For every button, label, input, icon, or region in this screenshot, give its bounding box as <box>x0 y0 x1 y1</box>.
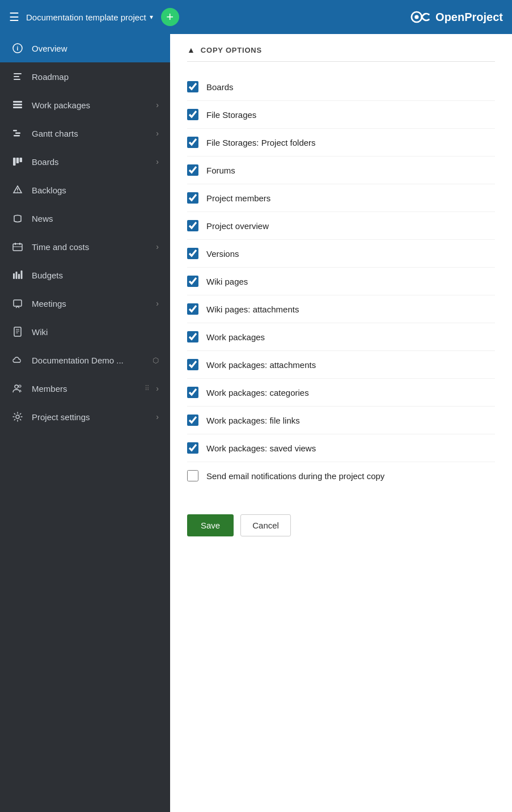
sidebar-item-boards[interactable]: Boards › <box>0 147 170 176</box>
main-content: ▲ COPY OPTIONS BoardsFile StoragesFile S… <box>170 34 512 812</box>
settings-icon <box>11 411 24 423</box>
svg-rect-11 <box>15 133 20 134</box>
svg-rect-27 <box>14 300 22 306</box>
svg-rect-19 <box>13 244 22 251</box>
sidebar-item-meetings[interactable]: Meetings › <box>0 289 170 318</box>
checkbox-label-work-packages-categories: Work packages: categories <box>206 388 309 397</box>
project-caret-icon: ▾ <box>150 13 153 21</box>
checkbox-work-packages-attachments[interactable] <box>187 359 198 370</box>
checkbox-work-packages[interactable] <box>187 331 198 342</box>
sidebar-item-project-settings-label: Project settings <box>32 412 90 422</box>
checkbox-item-work-packages-file-links: Work packages: file links <box>187 407 495 434</box>
arrow-icon: › <box>156 242 159 251</box>
sidebar-item-budgets[interactable]: Budgets <box>0 261 170 289</box>
add-button[interactable]: + <box>161 8 179 26</box>
copy-options-header: ▲ COPY OPTIONS <box>187 45 495 62</box>
checkbox-boards[interactable] <box>187 81 198 92</box>
checkbox-label-wiki-pages-attachments: Wiki pages: attachments <box>206 304 299 314</box>
checkbox-project-members[interactable] <box>187 192 198 204</box>
checkbox-label-versions: Versions <box>206 249 239 259</box>
svg-rect-8 <box>13 104 22 105</box>
copy-options-list: BoardsFile StoragesFile Storages: Projec… <box>187 73 495 489</box>
arrow-icon: › <box>156 129 159 138</box>
collapse-icon[interactable]: ▲ <box>187 45 195 54</box>
checkbox-label-forums: Forums <box>206 166 235 175</box>
checkbox-item-wiki-pages: Wiki pages <box>187 268 495 295</box>
header: ☰ Documentation template project ▾ + Ope… <box>0 0 512 34</box>
sidebar-item-gantt-label: Gantt charts <box>32 129 78 138</box>
svg-rect-4 <box>14 73 22 74</box>
svg-rect-5 <box>14 76 19 77</box>
sidebar-item-doc-demo-label: Documentation Demo ... <box>32 356 124 365</box>
sidebar-item-work-packages[interactable]: Work packages › <box>0 91 170 119</box>
checkbox-item-file-storages-project-folders: File Storages: Project folders <box>187 129 495 157</box>
wiki-icon <box>11 325 24 338</box>
checkbox-label-file-storages-project-folders: File Storages: Project folders <box>206 138 316 147</box>
project-selector[interactable]: Documentation template project ▾ <box>26 12 153 22</box>
checkbox-forums[interactable] <box>187 164 198 176</box>
checkbox-versions[interactable] <box>187 248 198 259</box>
sidebar-item-members[interactable]: Members › ⠿ <box>0 374 170 403</box>
arrow-icon: › <box>156 100 159 109</box>
checkbox-wiki-pages-attachments[interactable] <box>187 303 198 315</box>
arrow-icon: › <box>156 384 159 393</box>
sidebar-item-project-settings[interactable]: Project settings › <box>0 403 170 431</box>
cancel-button[interactable]: Cancel <box>240 514 291 536</box>
sidebar-item-documentation-demo[interactable]: Documentation Demo ... ⬡ <box>0 346 170 374</box>
checkbox-item-boards: Boards <box>187 73 495 101</box>
sidebar-item-backlogs[interactable]: Backlogs <box>0 176 170 204</box>
meetings-icon <box>11 297 24 310</box>
sidebar-item-time-costs[interactable]: Time and costs › <box>0 232 170 261</box>
sidebar-item-overview[interactable]: i Overview <box>0 34 170 62</box>
logo-icon <box>411 9 431 25</box>
layout: i Overview Roadmap Work packages › Gantt… <box>0 34 512 812</box>
checkbox-item-work-packages-categories: Work packages: categories <box>187 379 495 407</box>
sidebar-item-members-label: Members <box>32 384 67 394</box>
svg-rect-28 <box>14 327 21 336</box>
sidebar-item-backlogs-label: Backlogs <box>32 185 66 195</box>
checkbox-send-email-notifications[interactable] <box>187 470 198 481</box>
svg-rect-7 <box>13 101 22 103</box>
svg-rect-23 <box>13 273 15 279</box>
svg-rect-6 <box>14 79 20 80</box>
checkbox-label-boards: Boards <box>206 82 234 92</box>
checkbox-item-project-members: Project members <box>187 184 495 212</box>
svg-rect-26 <box>21 270 23 279</box>
checkbox-label-project-overview: Project overview <box>206 221 269 231</box>
checkbox-item-versions: Versions <box>187 240 495 268</box>
backlogs-icon <box>11 184 24 196</box>
checkbox-item-work-packages: Work packages <box>187 323 495 351</box>
sidebar-item-wiki[interactable]: Wiki <box>0 318 170 346</box>
checkbox-label-work-packages-attachments: Work packages: attachments <box>206 360 316 370</box>
checkbox-item-work-packages-saved-views: Work packages: saved views <box>187 434 495 462</box>
svg-rect-21 <box>19 243 20 245</box>
checkbox-item-file-storages: File Storages <box>187 101 495 129</box>
svg-point-18 <box>17 191 18 192</box>
sidebar-item-gantt[interactable]: Gantt charts › <box>0 119 170 147</box>
checkbox-work-packages-file-links[interactable] <box>187 415 198 426</box>
sidebar-item-roadmap[interactable]: Roadmap <box>0 62 170 91</box>
checkbox-work-packages-saved-views[interactable] <box>187 442 198 454</box>
cloud-icon <box>11 354 24 366</box>
budgets-icon <box>11 269 24 281</box>
sidebar-item-news[interactable]: News <box>0 204 170 232</box>
hamburger-icon[interactable]: ☰ <box>9 10 19 24</box>
checkbox-label-work-packages: Work packages <box>206 332 265 342</box>
work-packages-icon <box>11 99 24 111</box>
sidebar-item-budgets-label: Budgets <box>32 270 63 280</box>
save-button[interactable]: Save <box>187 514 234 536</box>
checkbox-file-storages-project-folders[interactable] <box>187 137 198 148</box>
svg-rect-15 <box>20 158 23 162</box>
svg-rect-12 <box>14 135 20 137</box>
checkbox-label-file-storages: File Storages <box>206 110 256 120</box>
sidebar-item-time-costs-label: Time and costs <box>32 242 89 252</box>
checkbox-wiki-pages[interactable] <box>187 276 198 287</box>
roadmap-icon <box>11 70 24 83</box>
checkbox-project-overview[interactable] <box>187 220 198 231</box>
members-icon <box>11 382 24 395</box>
svg-rect-20 <box>15 243 16 245</box>
svg-point-34 <box>16 415 19 418</box>
checkbox-work-packages-categories[interactable] <box>187 387 198 398</box>
checkbox-file-storages[interactable] <box>187 109 198 120</box>
sidebar-item-boards-label: Boards <box>32 157 59 167</box>
